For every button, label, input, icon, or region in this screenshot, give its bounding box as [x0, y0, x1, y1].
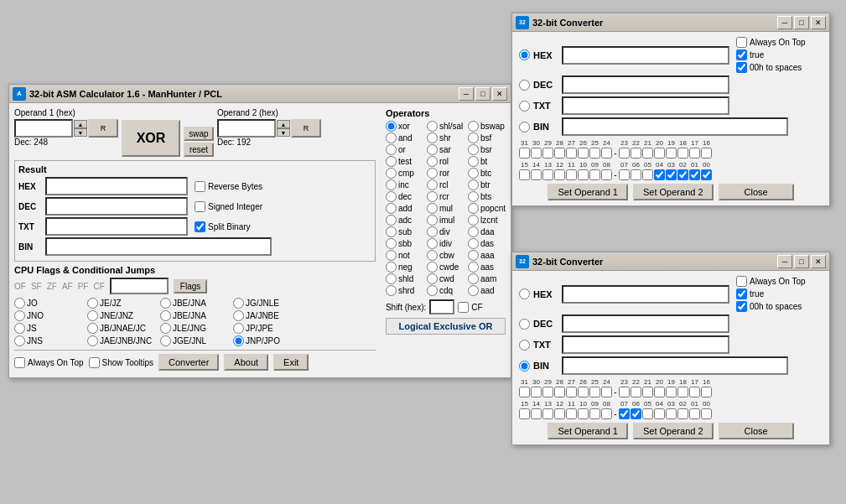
conv2-bit02[interactable]	[677, 408, 688, 419]
conv2-bit09[interactable]	[589, 408, 600, 419]
conv2-bit08[interactable]	[601, 408, 612, 419]
conv1-bit17[interactable]	[689, 148, 700, 158]
jgejnl-radio[interactable]	[160, 335, 171, 346]
conv1-bit20[interactable]	[654, 148, 665, 158]
conv1-bit14[interactable]	[531, 169, 542, 180]
op-rcr[interactable]: rcr	[427, 191, 465, 202]
jbena2-radio[interactable]	[160, 310, 171, 321]
jo-radio-label[interactable]: JO	[14, 298, 84, 309]
conv2-bit23[interactable]	[619, 387, 630, 397]
operand1-input[interactable]: F8	[14, 119, 73, 138]
op-das[interactable]: das	[468, 238, 506, 249]
js-radio[interactable]	[14, 323, 25, 334]
jajnbe-radio[interactable]	[233, 310, 244, 321]
conv1-bit24[interactable]	[601, 148, 612, 158]
conv2-bit25[interactable]	[589, 387, 600, 397]
op-aam[interactable]: aam	[468, 273, 506, 284]
converter-btn[interactable]: Converter	[158, 354, 219, 371]
conv2-bit07[interactable]	[619, 408, 630, 419]
conv2-bit28[interactable]	[554, 387, 565, 397]
conv1-dec-input[interactable]: 248	[562, 75, 729, 94]
flags-input[interactable]: 00000000	[110, 278, 169, 294]
conv1-bin-input[interactable]: 00000000 00000000 00000000 11111000	[562, 117, 788, 136]
conv1-split-checkbox[interactable]	[736, 49, 747, 60]
op-bts[interactable]: bts	[468, 191, 506, 202]
conv1-close-btn[interactable]: Close	[719, 184, 794, 200]
conv2-bit20[interactable]	[654, 387, 665, 397]
conv1-bit09[interactable]	[589, 169, 600, 180]
conv1-bit19[interactable]	[666, 148, 677, 158]
conv1-dec-radio[interactable]	[519, 80, 530, 91]
conv2-bit31[interactable]	[519, 387, 530, 397]
conv1-bit02[interactable]	[677, 169, 688, 180]
conv1-aot-checkbox[interactable]	[736, 37, 747, 48]
jaejnc-radio-label[interactable]: JAE/JNB/JNC	[87, 335, 157, 346]
conv1-bit03[interactable]	[666, 169, 677, 180]
main-calc-close-btn[interactable]: ✕	[492, 87, 507, 101]
op-rol[interactable]: rol	[427, 156, 465, 167]
op-add[interactable]: add	[386, 203, 423, 214]
conv2-bit22[interactable]	[631, 387, 641, 397]
jgejnl-radio-label[interactable]: JGE/JNL	[160, 335, 230, 346]
conv2-maximize-btn[interactable]: □	[794, 255, 809, 268]
op-imul[interactable]: imul	[427, 215, 465, 226]
result-txt-input[interactable]: 8	[45, 217, 188, 236]
xor-operation-btn[interactable]: XOR	[122, 120, 180, 157]
conv1-bit18[interactable]	[677, 148, 688, 158]
split-binary-checkbox[interactable]	[195, 221, 205, 232]
conv1-bit16[interactable]	[701, 148, 712, 158]
op-idiv[interactable]: idiv	[427, 238, 465, 249]
jlejng-radio-label[interactable]: JLE/JNG	[160, 323, 230, 334]
conv1-bit23[interactable]	[619, 148, 630, 158]
op-aaa[interactable]: aaa	[468, 250, 506, 261]
conv2-bit06[interactable]	[631, 408, 641, 419]
jno-radio-label[interactable]: JNO	[14, 310, 84, 321]
op-bswap[interactable]: bswap	[468, 121, 506, 132]
op-shld[interactable]: shld	[386, 273, 423, 284]
cf-checkbox[interactable]	[458, 302, 469, 313]
conv2-set-op1-btn[interactable]: Set Operand 1	[548, 423, 628, 439]
conv2-close-btn[interactable]: ✕	[811, 255, 826, 268]
jlejng-radio[interactable]	[160, 323, 171, 334]
conv1-bit04[interactable]	[654, 169, 665, 180]
conv2-bit01[interactable]	[689, 408, 700, 419]
conv2-bit29[interactable]	[542, 387, 553, 397]
jns-radio[interactable]	[14, 335, 25, 346]
op-neg[interactable]: neg	[386, 262, 423, 273]
conv1-bit08[interactable]	[601, 169, 612, 180]
conv1-bit21[interactable]	[642, 148, 653, 158]
conv2-bit21[interactable]	[642, 387, 653, 397]
op-shrd[interactable]: shrd	[386, 285, 423, 296]
jnpjpo-radio[interactable]	[233, 335, 244, 346]
conv1-bit29[interactable]	[542, 148, 553, 158]
op-bsr[interactable]: bsr	[468, 144, 506, 155]
conv2-aot-checkbox[interactable]	[736, 276, 747, 287]
jns-radio-label[interactable]: JNS	[14, 335, 84, 346]
show-tooltips-checkbox[interactable]	[89, 357, 100, 368]
op-popcnt[interactable]: popcnt	[468, 203, 506, 214]
main-calc-maximize-btn[interactable]: □	[475, 87, 490, 101]
conv2-minimize-btn[interactable]: ─	[777, 255, 792, 268]
split-binary-label[interactable]: Split Binary	[195, 221, 251, 232]
conv1-bit07[interactable]	[619, 169, 630, 180]
conv2-set-op2-btn[interactable]: Set Operand 2	[633, 423, 714, 439]
conv1-bit25[interactable]	[589, 148, 600, 158]
conv1-set-op2-btn[interactable]: Set Operand 2	[633, 184, 714, 200]
op-ror[interactable]: ror	[427, 168, 465, 179]
conv1-bit10[interactable]	[578, 169, 589, 180]
op-shlsal[interactable]: shl/sal	[427, 121, 465, 132]
swap-btn[interactable]: swap	[184, 127, 214, 141]
conv1-bit05[interactable]	[642, 169, 653, 180]
conv2-bit24[interactable]	[601, 387, 612, 397]
conv1-bit00[interactable]	[701, 169, 712, 180]
conv2-bit05[interactable]	[642, 408, 653, 419]
op-sub[interactable]: sub	[386, 226, 423, 237]
reset-btn[interactable]: reset	[184, 143, 214, 157]
main-calc-minimize-btn[interactable]: ─	[459, 87, 474, 101]
jbena2-radio-label[interactable]: JBE/JNA	[160, 310, 230, 321]
conv1-bit12[interactable]	[554, 169, 565, 180]
conv1-close-btn[interactable]: ✕	[811, 16, 826, 29]
result-bin-input[interactable]: 00000000 00000000 00000000 00111000	[45, 237, 272, 256]
op-dec[interactable]: dec	[386, 191, 423, 202]
always-on-top-checkbox[interactable]	[14, 357, 25, 368]
